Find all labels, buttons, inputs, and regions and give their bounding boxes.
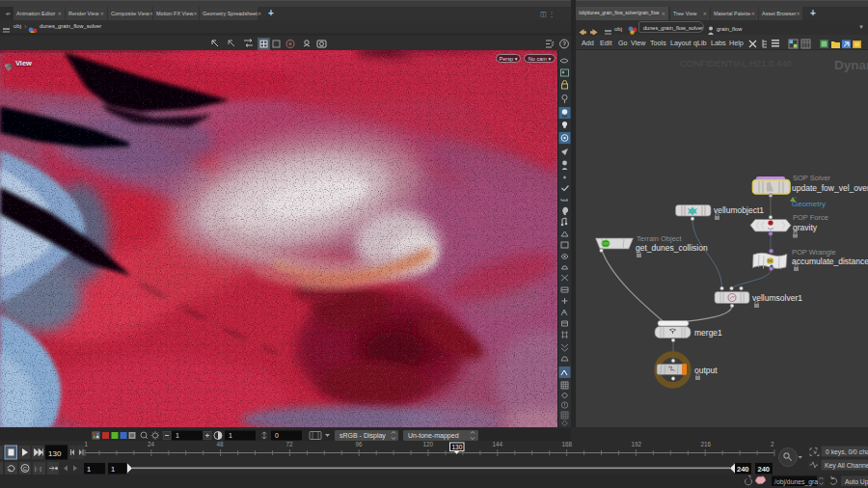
- svg-text:Un-tone-mapped: Un-tone-mapped: [408, 432, 459, 440]
- svg-text:POP Force: POP Force: [793, 213, 828, 222]
- svg-text:merge1: merge1: [694, 328, 722, 338]
- svg-text:216: 216: [701, 441, 712, 447]
- svg-text:0: 0: [275, 432, 279, 439]
- svg-text:1: 1: [87, 465, 91, 474]
- svg-text:sRGB - Display: sRGB - Display: [339, 432, 386, 440]
- svg-text:Auto Up: Auto Up: [845, 478, 868, 486]
- svg-text:Terrain Object: Terrain Object: [637, 234, 683, 243]
- svg-text:SOP Solver: SOP Solver: [793, 174, 831, 182]
- svg-text:1: 1: [229, 432, 232, 439]
- svg-text:Geometry: Geometry: [792, 200, 826, 208]
- svg-text:96: 96: [356, 441, 364, 447]
- svg-text:POP Wrangle: POP Wrangle: [792, 248, 836, 257]
- svg-text:Key All Channels: Key All Channels: [825, 462, 868, 470]
- svg-text:2: 2: [771, 441, 774, 447]
- svg-text:192: 192: [632, 441, 642, 447]
- svg-text:48: 48: [217, 441, 225, 447]
- svg-text:update_fow_vel_over_t: update_fow_vel_over_t: [792, 183, 868, 193]
- svg-text:accumulate_distance: accumulate_distance: [792, 257, 868, 266]
- svg-text:Dynam: Dynam: [834, 58, 868, 72]
- svg-text:120: 120: [423, 441, 434, 447]
- svg-text:vellumobject1: vellumobject1: [714, 205, 764, 215]
- svg-text:1: 1: [176, 432, 179, 439]
- svg-text:240: 240: [737, 465, 749, 474]
- svg-text:130: 130: [48, 449, 62, 458]
- svg-text:240: 240: [758, 465, 771, 474]
- svg-text:C: C: [23, 466, 28, 472]
- svg-text:168: 168: [562, 441, 573, 447]
- svg-text:1: 1: [85, 441, 89, 447]
- svg-text:130: 130: [452, 444, 463, 450]
- svg-text:144: 144: [493, 441, 503, 447]
- svg-text:gravity: gravity: [793, 223, 818, 232]
- svg-text:vellumsolver1: vellumsolver1: [752, 293, 802, 303]
- svg-text:1: 1: [111, 465, 115, 474]
- svg-text:24: 24: [148, 441, 155, 447]
- svg-text:/obj/dunes_gra...: /obj/dunes_gra...: [774, 478, 824, 486]
- svg-text:CONFIDENTIAL H21.0.440: CONFIDENTIAL H21.0.440: [680, 58, 792, 68]
- svg-text:0 keys, 0/0 chan: 0 keys, 0/0 chan: [826, 448, 868, 456]
- svg-text:[··]: [··]: [35, 466, 41, 472]
- svg-text:get_dunes_collision: get_dunes_collision: [636, 243, 708, 253]
- svg-text:72: 72: [286, 441, 294, 447]
